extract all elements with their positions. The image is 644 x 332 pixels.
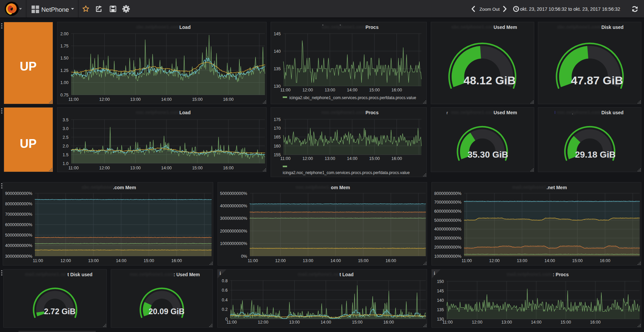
- svg-text:12:00: 12:00: [258, 320, 268, 325]
- svg-text:Disk used: Disk used: [601, 25, 624, 30]
- svg-text:0.6: 0.6: [222, 288, 228, 293]
- svg-text:15:00: 15:00: [192, 166, 202, 170]
- svg-text:Used Mem: Used Mem: [494, 110, 517, 115]
- svg-text:13:00: 13:00: [303, 258, 313, 263]
- svg-text:3000000000%: 3000000000%: [220, 216, 247, 221]
- svg-text:sbc.netphone1.com: sbc.netphone1.com: [136, 24, 180, 30]
- svg-text:mail.netphone1.com: mail.netphone1.com: [506, 272, 552, 277]
- svg-text:3000000000%: 3000000000%: [5, 254, 32, 259]
- svg-text:6000000000%: 6000000000%: [434, 209, 461, 214]
- svg-text:Load: Load: [179, 110, 190, 115]
- svg-text:14:00: 14:00: [161, 97, 172, 102]
- svg-text:140: 140: [274, 49, 281, 54]
- svg-text:160: 160: [274, 144, 281, 149]
- svg-text:Procs: Procs: [366, 110, 379, 115]
- svg-text:Zoom Out: Zoom Out: [479, 7, 500, 12]
- svg-text:UP: UP: [20, 59, 37, 73]
- svg-text:i: i: [220, 271, 221, 276]
- svg-text:.: .: [572, 110, 573, 115]
- svg-text:16:00: 16:00: [385, 258, 396, 263]
- svg-text:11:00: 11:00: [227, 320, 237, 325]
- svg-text:Disk used: Disk used: [601, 110, 624, 115]
- svg-text:7000000000%: 7000000000%: [434, 200, 461, 205]
- svg-text:145: 145: [437, 289, 444, 293]
- svg-text:8000000000%: 8000000000%: [5, 202, 32, 206]
- svg-text:12:00: 12:00: [303, 88, 313, 92]
- svg-text:145: 145: [274, 32, 281, 36]
- svg-text:UP: UP: [20, 137, 37, 151]
- svg-text:sbc.netphone1.com: sbc.netphone1.com: [557, 24, 601, 30]
- svg-text:14:00: 14:00: [161, 166, 172, 170]
- svg-text:4000000000%: 4000000000%: [434, 227, 461, 232]
- svg-text:1.5: 1.5: [63, 153, 68, 157]
- svg-text:noc.netphone1.com: noc.netphone1.com: [451, 110, 495, 115]
- svg-text:t Disk used: t Disk used: [67, 272, 93, 277]
- svg-text:noc.netphone1.com: noc.netphone1.com: [557, 110, 601, 115]
- svg-text:: Procs: : Procs: [553, 272, 569, 277]
- svg-text:150: 150: [437, 279, 444, 284]
- svg-text:15:00: 15:00: [358, 258, 368, 263]
- svg-text:okt. 23, 2017 10:56:32 to okt.: okt. 23, 2017 10:56:32 to okt. 23, 2017 …: [520, 6, 620, 12]
- svg-text:Load: Load: [179, 25, 190, 30]
- svg-text:mail.netphone1: mail.netphone1: [512, 184, 547, 190]
- svg-text:16:00: 16:00: [590, 320, 600, 325]
- svg-text:14:00: 14:00: [545, 258, 555, 263]
- svg-text:sbc.netphone1.com: sbc.netphone1.com: [322, 24, 366, 30]
- svg-text:0.75: 0.75: [60, 93, 68, 97]
- svg-text:15:00: 15:00: [144, 258, 154, 263]
- svg-text:1.00: 1.00: [60, 80, 68, 85]
- svg-text:sbc.netphone1.com: sbc.netphone1.com: [451, 24, 495, 30]
- svg-text:14:00: 14:00: [321, 320, 331, 325]
- svg-text:8000000000%: 8000000000%: [434, 191, 461, 196]
- svg-text:9000000000%: 9000000000%: [5, 191, 32, 196]
- svg-text:155: 155: [274, 153, 281, 157]
- svg-text:14:00: 14:00: [116, 258, 126, 263]
- svg-text:20.09 GiB: 20.09 GiB: [148, 307, 184, 316]
- svg-text:mail.netphone1.ne: mail.netphone1.ne: [25, 272, 66, 277]
- svg-text:icinga2.noc_netphone1_com.serv: icinga2.noc_netphone1_com.services.procs…: [283, 170, 410, 175]
- svg-text:29.18 GiB: 29.18 GiB: [575, 150, 616, 160]
- svg-text:1.50: 1.50: [60, 56, 68, 60]
- svg-text:15:00: 15:00: [369, 88, 380, 92]
- svg-text:170: 170: [274, 126, 281, 131]
- svg-text:6000000000%: 6000000000%: [5, 222, 32, 227]
- svg-text:3000000000%: 3000000000%: [434, 236, 461, 241]
- svg-text:: Used Mem: : Used Mem: [174, 272, 200, 277]
- svg-text:.net Mem: .net Mem: [547, 185, 567, 190]
- svg-text:1.25: 1.25: [60, 68, 68, 73]
- svg-text:1000000000%: 1000000000%: [434, 254, 461, 259]
- svg-text:Used Mem: Used Mem: [494, 25, 517, 30]
- svg-text:5000000000%: 5000000000%: [5, 233, 32, 238]
- svg-text:3.0: 3.0: [63, 126, 68, 131]
- svg-text:16:00: 16:00: [392, 156, 402, 161]
- svg-text:35.30 GiB: 35.30 GiB: [468, 150, 508, 160]
- svg-text:noc.netphone1.com: noc.netphone1.com: [321, 110, 366, 115]
- svg-text:16:00: 16:00: [223, 166, 233, 170]
- svg-text:2.00: 2.00: [60, 32, 68, 36]
- svg-text:11:00: 11:00: [462, 258, 472, 263]
- svg-text:0.4: 0.4: [222, 298, 228, 302]
- svg-text:12:00: 12:00: [303, 156, 313, 161]
- svg-text:16:00: 16:00: [223, 97, 233, 102]
- svg-text:11:00: 11:00: [33, 258, 43, 263]
- svg-text:0.2: 0.2: [222, 307, 228, 312]
- svg-text:13:00: 13:00: [130, 97, 141, 102]
- svg-text:i: i: [434, 271, 435, 276]
- svg-text:14:00: 14:00: [531, 320, 541, 325]
- svg-text:11:00: 11:00: [68, 97, 79, 102]
- svg-text:16:00: 16:00: [600, 258, 610, 263]
- svg-text:14:00: 14:00: [347, 156, 357, 161]
- svg-text:13:00: 13:00: [130, 166, 141, 170]
- svg-text:mail.netphone1.ne: mail.netphone1.ne: [298, 272, 339, 277]
- svg-text:sbc.netphone1: sbc.netphone1: [81, 184, 114, 190]
- svg-text:135: 135: [437, 307, 444, 312]
- svg-text:15:00: 15:00: [352, 320, 362, 325]
- svg-text:165: 165: [274, 135, 281, 139]
- svg-text:11:00: 11:00: [280, 156, 290, 161]
- svg-text:2.5: 2.5: [63, 135, 68, 140]
- svg-text:13:00: 13:00: [517, 258, 527, 263]
- svg-text:icinga2.sbc_netphone1_com.serv: icinga2.sbc_netphone1_com.services.procs…: [289, 95, 416, 100]
- svg-text:Procs: Procs: [366, 25, 379, 30]
- svg-text:NetPhone: NetPhone: [41, 6, 69, 13]
- svg-text:47.87 GiB: 47.87 GiB: [571, 74, 623, 87]
